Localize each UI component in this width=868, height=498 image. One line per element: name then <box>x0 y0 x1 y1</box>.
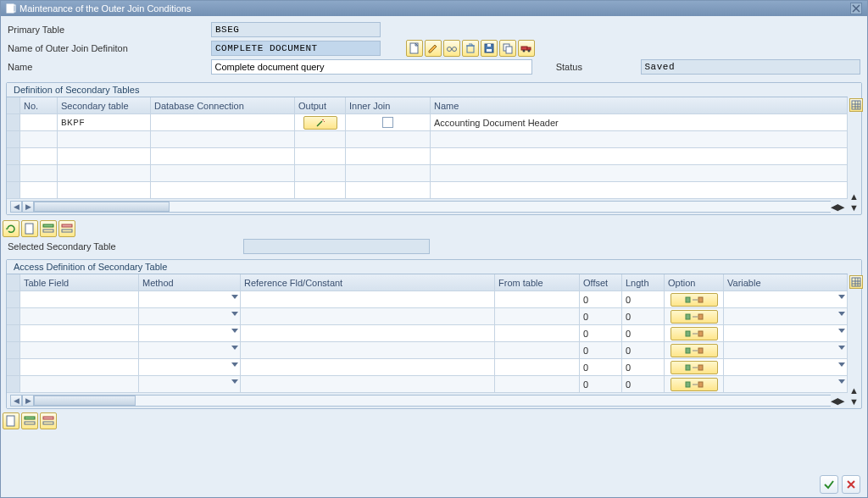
chevron-down-icon <box>231 379 238 384</box>
access-definition-hscroll: ◀ ▶ ◀ ▶ <box>7 393 848 408</box>
col-name[interactable]: Name <box>431 97 848 113</box>
display-button[interactable] <box>443 40 460 57</box>
col-from[interactable]: From table <box>495 274 580 290</box>
table-row[interactable]: 0 0 <box>7 376 848 393</box>
chevron-down-icon <box>838 329 845 333</box>
variable-dropdown[interactable] <box>724 325 848 341</box>
option-button[interactable] <box>670 361 718 374</box>
method-dropdown[interactable] <box>139 291 241 307</box>
method-dropdown[interactable] <box>139 359 241 375</box>
option-button[interactable] <box>670 327 718 340</box>
new-row-button[interactable] <box>21 220 38 237</box>
inner-join-checkbox[interactable] <box>382 117 393 128</box>
col-ref[interactable]: Reference Fld/Constant <box>241 274 495 290</box>
hscroll-thumb[interactable] <box>34 396 136 406</box>
offset-cell[interactable]: 0 <box>580 291 622 307</box>
col-secondary[interactable]: Secondary table <box>58 97 151 113</box>
chevron-down-icon <box>231 312 238 316</box>
col-option[interactable]: Option <box>665 274 724 290</box>
svg-rect-10 <box>506 47 512 53</box>
option-button[interactable] <box>670 378 718 391</box>
svg-point-14 <box>528 50 531 53</box>
table-settings-button[interactable] <box>849 275 863 289</box>
pencil-icon <box>427 42 439 54</box>
option-button[interactable] <box>670 293 718 307</box>
delete-row-button[interactable] <box>40 412 57 429</box>
svg-rect-33 <box>852 278 860 286</box>
svg-rect-35 <box>25 417 35 419</box>
col-offset[interactable]: Offset <box>580 274 622 290</box>
close-button[interactable] <box>850 3 862 14</box>
transport-button[interactable] <box>518 40 535 57</box>
scroll-right-end-button[interactable]: ▶ <box>837 202 844 213</box>
scroll-down-button[interactable]: ▼ <box>849 202 860 213</box>
svg-rect-20 <box>62 230 72 232</box>
scroll-right-button[interactable]: ▶ <box>22 395 34 407</box>
save-button[interactable] <box>481 40 498 57</box>
insert-row-button[interactable] <box>21 412 38 429</box>
method-dropdown[interactable] <box>139 376 241 392</box>
output-button[interactable] <box>303 116 337 130</box>
col-output[interactable]: Output <box>295 97 346 113</box>
table-row[interactable]: BKPF Accounting Document Header <box>7 114 848 131</box>
scroll-left-end-button[interactable]: ◀ <box>831 396 837 407</box>
selected-secondary-field <box>243 239 430 254</box>
svg-rect-11 <box>521 47 527 50</box>
delete-row-button[interactable] <box>58 220 75 237</box>
col-method[interactable]: Method <box>139 274 241 290</box>
table-row[interactable]: 0 0 <box>7 291 848 308</box>
table-row[interactable]: 0 0 <box>7 308 848 325</box>
table-row[interactable]: 0 0 <box>7 325 848 342</box>
col-table-field[interactable]: Table Field <box>20 274 139 290</box>
new-row-button[interactable] <box>3 412 19 429</box>
scroll-right-button[interactable]: ▶ <box>22 201 34 213</box>
col-no[interactable]: No. <box>20 97 58 113</box>
definition-name-field[interactable] <box>211 41 381 56</box>
table-settings-button[interactable] <box>849 98 863 112</box>
access-definition-title: Access Definition of Secondary Table <box>7 260 861 274</box>
method-dropdown[interactable] <box>139 325 241 341</box>
variable-dropdown[interactable] <box>724 291 848 307</box>
copy-button[interactable] <box>499 40 516 57</box>
option-button[interactable] <box>670 310 718 324</box>
variable-dropdown[interactable] <box>724 308 848 324</box>
name-field[interactable] <box>211 59 532 75</box>
variable-dropdown[interactable] <box>724 359 848 375</box>
option-icon <box>684 313 704 321</box>
delete-button[interactable] <box>462 40 479 57</box>
svg-rect-5 <box>467 46 474 53</box>
insert-row-button[interactable] <box>40 220 57 237</box>
access-definition-panel: Access Definition of Secondary Table Tab… <box>6 259 862 409</box>
method-dropdown[interactable] <box>139 342 241 358</box>
variable-dropdown[interactable] <box>724 376 848 392</box>
col-dbconn[interactable]: Database Connection <box>151 97 295 113</box>
length-cell[interactable]: 0 <box>622 291 665 307</box>
svg-rect-31 <box>686 382 690 387</box>
variable-dropdown[interactable] <box>724 342 848 358</box>
create-button[interactable] <box>406 40 423 57</box>
table-row[interactable]: 0 0 <box>7 342 848 359</box>
scroll-up-button[interactable]: ▲ <box>849 191 860 202</box>
scroll-left-end-button[interactable]: ◀ <box>831 202 837 213</box>
scroll-left-button[interactable]: ◀ <box>10 201 22 213</box>
refresh-button[interactable] <box>3 220 19 237</box>
svg-rect-29 <box>686 365 690 370</box>
secondary-table-cell[interactable]: BKPF <box>58 114 151 130</box>
scroll-down-button[interactable]: ▼ <box>849 396 860 407</box>
col-inner[interactable]: Inner Join <box>346 97 431 113</box>
refresh-icon <box>5 223 17 235</box>
scroll-right-end-button[interactable]: ▶ <box>837 396 844 407</box>
hscroll-thumb[interactable] <box>34 202 170 212</box>
cancel-button[interactable] <box>842 475 860 494</box>
table-row[interactable]: 0 0 <box>7 359 848 376</box>
scroll-up-button[interactable]: ▲ <box>849 385 860 396</box>
status-label: Status <box>556 62 641 72</box>
method-dropdown[interactable] <box>139 308 241 324</box>
col-length[interactable]: Lngth <box>622 274 665 290</box>
col-variable[interactable]: Variable <box>724 274 848 290</box>
scroll-left-button[interactable]: ◀ <box>10 395 22 407</box>
ok-button[interactable] <box>820 475 838 494</box>
option-button[interactable] <box>670 344 718 357</box>
svg-rect-8 <box>487 44 491 47</box>
change-button[interactable] <box>425 40 442 57</box>
